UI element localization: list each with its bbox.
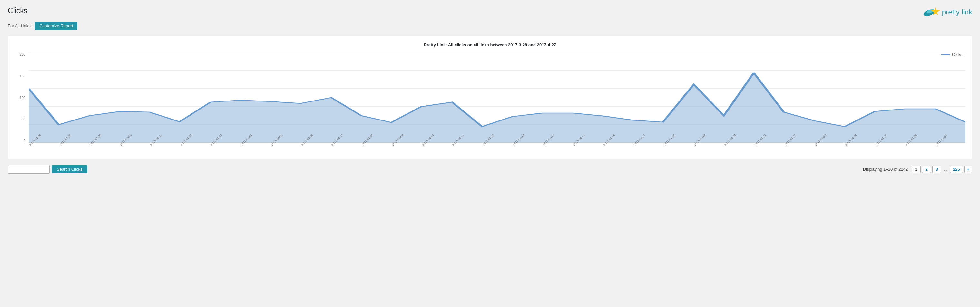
- page-button-last[interactable]: 225: [950, 166, 963, 173]
- y-label-0: 0: [24, 139, 25, 143]
- x-axis: 2017-03-282017-03-292017-03-302017-03-31…: [29, 143, 966, 156]
- y-label-200: 200: [20, 52, 25, 56]
- pagination-dots: ...: [943, 166, 949, 172]
- bottom-row: Search Clicks Displaying 1–10 of 2242 1 …: [8, 165, 972, 174]
- logo-area: pretty link: [923, 6, 972, 18]
- for-all-links-label: For All Links:: [8, 24, 32, 28]
- logo-text: pretty link: [942, 8, 972, 16]
- y-label-50: 50: [22, 117, 25, 121]
- y-axis: 200 150 100 50 0: [14, 52, 27, 143]
- search-input[interactable]: [8, 165, 49, 174]
- next-page-button[interactable]: »: [964, 166, 972, 173]
- search-area: Search Clicks: [8, 165, 88, 174]
- search-clicks-button[interactable]: Search Clicks: [52, 165, 88, 173]
- page-title: Clicks: [8, 6, 27, 15]
- y-label-150: 150: [20, 74, 25, 78]
- chart-container: Pretty Link: All clicks on all links bet…: [8, 36, 972, 159]
- page-button-2[interactable]: 2: [922, 166, 931, 173]
- page-button-3[interactable]: 3: [932, 166, 941, 173]
- pagination-info: Displaying 1–10 of 2242: [863, 167, 908, 172]
- y-label-100: 100: [20, 96, 25, 100]
- pagination-area: Displaying 1–10 of 2242 1 2 3 ... 225 »: [863, 166, 972, 173]
- page-button-1[interactable]: 1: [912, 166, 921, 173]
- customize-report-button[interactable]: Customize Report: [35, 22, 77, 30]
- logo-icon: [923, 6, 940, 18]
- chart-title: Pretty Link: All clicks on all links bet…: [14, 43, 966, 47]
- chart-area: Clicks 200 150 100 50 0: [14, 52, 966, 156]
